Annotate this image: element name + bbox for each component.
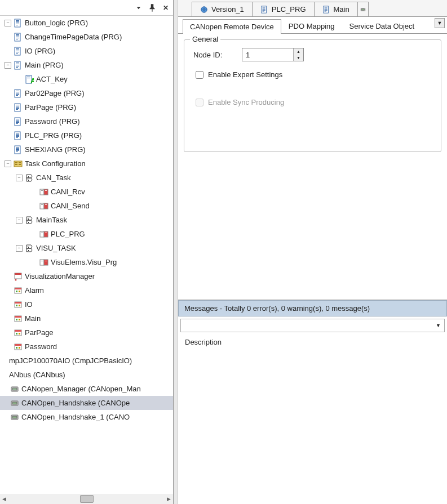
editor-tab[interactable] [357,2,369,16]
expander-placeholder [5,34,11,41]
node-id-spinner[interactable]: ▲ ▼ [242,48,304,61]
tree-item[interactable]: CANopen_Manager (CANopen_Man [0,382,173,396]
spinner-up-icon[interactable]: ▲ [294,48,303,55]
svg-rect-66 [45,190,47,191]
messages-panel: Messages - Totally 0 error(s), 0 warning… [178,300,447,504]
editor-tab[interactable]: Version_1 [192,2,253,16]
tree-item[interactable]: ChangeTimePageData (PRG) [0,30,173,44]
node-id-input[interactable] [242,48,293,61]
svg-rect-36 [16,106,19,106]
svg-rect-43 [16,121,19,122]
svg-rect-112 [262,9,265,10]
svg-rect-45 [16,123,18,124]
messages-filter-dropdown[interactable]: ▼ [180,319,445,332]
editor-tab[interactable]: Main [314,2,358,16]
tree-item[interactable]: Par02Page (PRG) [0,86,173,100]
tree-item-label: ParPage [25,328,54,337]
tree-item[interactable]: Alarm [0,283,173,297]
tree-item[interactable]: −CAN_Task [0,171,173,185]
tree-item[interactable]: SHEXIANG (PRG) [0,142,173,157]
svg-rect-101 [19,347,20,349]
editor-tab-label: Version_1 [211,5,244,14]
tree-item[interactable]: −Task Configuration [0,157,173,171]
tree-item[interactable]: ANbus (CANbus) [0,368,173,382]
enable-expert-checkbox-row[interactable]: Enable Expert Settings [196,70,432,79]
svg-rect-99 [15,344,21,346]
spinner-down-icon[interactable]: ▼ [294,55,303,61]
chevron-down-icon: ▼ [436,323,441,328]
expander-placeholder [5,118,11,125]
expander-placeholder [5,273,11,280]
svg-rect-51 [16,137,18,138]
expander-icon[interactable]: − [5,20,11,26]
tree-item[interactable]: VisuElems.Visu_Prg [0,255,173,269]
svg-rect-117 [324,8,327,8]
expander-icon[interactable]: − [16,245,23,252]
splitter[interactable] [174,0,178,504]
svg-rect-44 [16,122,19,123]
svg-rect-103 [12,388,17,390]
project-tree[interactable]: −Button_logic (PRG)ChangeTimePageData (P… [0,16,173,494]
tree-item[interactable]: −Main (PRG) [0,58,173,72]
tree-item[interactable]: Password [0,340,173,354]
svg-rect-97 [19,333,20,334]
svg-rect-61 [19,162,21,163]
tree-item[interactable]: −Button_logic (PRG) [0,16,173,30]
tree-item[interactable]: PLC_PRG [0,227,173,241]
svg-rect-53 [16,147,19,148]
svg-rect-3 [16,23,19,23]
description-column-header[interactable]: Description [180,334,445,350]
svg-rect-83 [15,288,21,289]
horizontal-scrollbar[interactable]: ◀ ▶ [0,494,173,504]
tree-item[interactable]: PLC_PRG (PRG) [0,128,173,142]
pin-icon[interactable] [147,3,157,13]
enable-expert-checkbox[interactable] [196,71,203,79]
property-tab[interactable]: PDO Mapping [281,19,342,33]
expander-placeholder [5,132,11,139]
expander-icon[interactable]: − [16,175,23,181]
svg-rect-59 [15,162,17,163]
close-icon[interactable]: ✕ [161,3,171,13]
expander-icon[interactable]: − [16,217,23,224]
tree-item[interactable]: CANOpen_Handshake (CANOpe [0,396,173,410]
task-icon [25,216,34,225]
tree-item-label: ANbus (CANbus) [9,371,65,379]
expander-icon[interactable]: − [5,160,11,167]
prg-icon [14,33,23,42]
slave-icon [10,413,19,422]
tree-item[interactable]: CANOpen_Handshake_1 (CANO [0,410,173,424]
tree-item[interactable]: AACT_Key [0,72,173,86]
panel-menu-icon[interactable]: ▾ [134,5,144,11]
tree-item[interactable]: mpJCP100070AIO (CmpJCPBasicIO) [0,354,173,368]
tree-dropdown-button[interactable]: ▼ [435,18,445,28]
expander-placeholder [1,358,8,364]
prg-icon [14,61,23,70]
svg-rect-91 [15,316,21,318]
tree-item[interactable]: IO [0,297,173,311]
messages-list[interactable] [180,350,445,502]
tree-item[interactable]: −VISU_TASK [0,241,173,255]
tree-item[interactable]: IO (PRG) [0,44,173,58]
expander-placeholder [5,344,11,350]
editor-tab[interactable]: PLC_PRG [252,2,315,16]
enable-expert-label: Enable Expert Settings [208,70,282,79]
property-tab[interactable]: Service Data Object [342,19,422,33]
tree-item[interactable]: Password (PRG) [0,114,173,128]
svg-rect-56 [16,150,19,151]
svg-rect-60 [15,164,17,165]
tree-item[interactable]: CANI_Send [0,199,173,213]
tree-item[interactable]: CANI_Rcv [0,185,173,199]
svg-rect-95 [15,330,21,332]
tree-item-label: Main [25,314,41,323]
tree-item[interactable]: VisualizationManager [0,269,173,283]
tree-item[interactable]: −MainTask [0,213,173,227]
property-tab[interactable]: CANopen Remote Device [183,19,281,34]
svg-point-81 [15,279,17,280]
svg-rect-65 [41,190,43,191]
expander-icon[interactable]: − [5,62,11,69]
tree-item-label: Par02Page (PRG) [25,89,85,97]
tree-item[interactable]: Main [0,311,173,325]
svg-rect-107 [12,416,17,418]
tree-item[interactable]: ParPage (PRG) [0,100,173,114]
tree-item[interactable]: ParPage [0,325,173,340]
